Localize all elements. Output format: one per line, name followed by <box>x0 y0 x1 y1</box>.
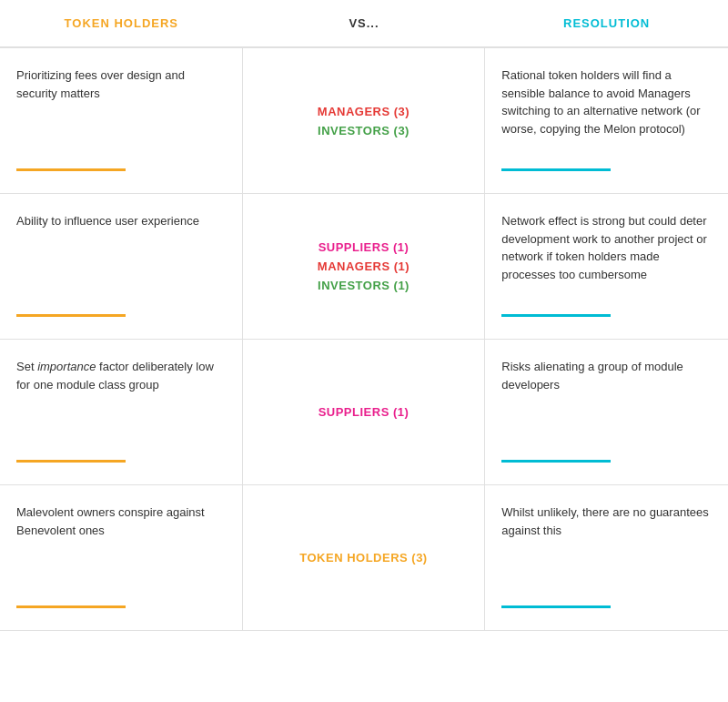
middle-cell: TOKEN HOLDERS (3) <box>243 485 486 630</box>
left-underline <box>16 605 126 608</box>
right-underline <box>501 460 611 463</box>
actor-label: INVESTORS (3) <box>318 124 410 137</box>
left-cell: Prioritizing fees over design and securi… <box>0 48 243 193</box>
right-cell-text: Rational token holders will find a sensi… <box>501 66 712 156</box>
actor-label: SUPPLIERS (1) <box>318 240 410 254</box>
table-header: TOKEN HOLDERS VS... RESOLUTION <box>0 0 728 48</box>
left-cell-text: Ability to influence user experience <box>16 212 226 301</box>
right-cell-text: Network effect is strong but could deter… <box>501 212 712 301</box>
right-underline <box>501 168 611 171</box>
left-underline <box>16 314 126 317</box>
left-cell: Ability to influence user experience <box>0 194 243 339</box>
left-underline <box>16 168 126 171</box>
right-cell: Rational token holders will find a sensi… <box>485 48 728 193</box>
left-cell-text: Set importance factor deliberately low f… <box>16 358 226 447</box>
right-cell-text: Whilst unlikely, there are no guarantees… <box>501 504 712 593</box>
middle-cell: SUPPLIERS (1)MANAGERS (1)INVESTORS (1) <box>243 194 486 339</box>
right-cell: Network effect is strong but could deter… <box>485 194 728 339</box>
right-cell-text: Risks alienating a group of module devel… <box>501 358 712 447</box>
middle-cell: MANAGERS (3)INVESTORS (3) <box>243 48 486 193</box>
header-token-holders: TOKEN HOLDERS <box>0 0 243 46</box>
actor-label: INVESTORS (1) <box>318 279 410 292</box>
middle-cell: SUPPLIERS (1) <box>243 340 486 484</box>
left-cell-text: Malevolent owners conspire against Benev… <box>16 504 226 593</box>
right-underline <box>501 314 611 317</box>
table-row: Set importance factor deliberately low f… <box>0 340 728 485</box>
table-body: Prioritizing fees over design and securi… <box>0 48 728 631</box>
actor-label: TOKEN HOLDERS (3) <box>299 551 427 565</box>
table-row: Prioritizing fees over design and securi… <box>0 48 728 194</box>
right-cell: Risks alienating a group of module devel… <box>485 340 728 484</box>
left-cell: Malevolent owners conspire against Benev… <box>0 485 243 630</box>
actor-label: MANAGERS (1) <box>318 259 410 273</box>
header-resolution: RESOLUTION <box>485 0 728 46</box>
left-underline <box>16 460 126 463</box>
right-cell: Whilst unlikely, there are no guarantees… <box>485 485 728 630</box>
left-cell-text: Prioritizing fees over design and securi… <box>16 66 226 156</box>
left-cell: Set importance factor deliberately low f… <box>0 340 243 484</box>
actor-label: SUPPLIERS (1) <box>318 405 410 419</box>
header-vs: VS... <box>243 0 486 46</box>
table-row: Ability to influence user experienceSUPP… <box>0 194 728 340</box>
right-underline <box>501 605 611 608</box>
actor-label: MANAGERS (3) <box>318 105 410 118</box>
table-row: Malevolent owners conspire against Benev… <box>0 485 728 631</box>
